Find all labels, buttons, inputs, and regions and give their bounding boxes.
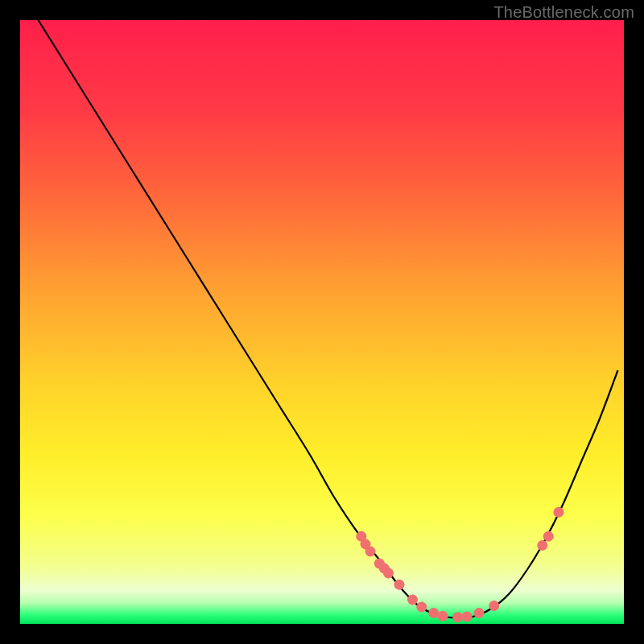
data-marker: [452, 612, 463, 622]
data-marker: [462, 612, 473, 622]
chart-background: [20, 20, 624, 624]
data-marker: [543, 531, 554, 542]
data-marker: [365, 547, 376, 557]
bottleneck-chart: [20, 20, 624, 624]
data-marker: [438, 611, 448, 621]
data-marker: [407, 595, 418, 605]
data-marker: [428, 608, 439, 618]
data-marker: [537, 540, 547, 551]
data-marker: [554, 507, 564, 518]
data-marker: [416, 602, 427, 613]
watermark-text: TheBottleneck.com: [493, 3, 634, 22]
data-marker: [489, 601, 499, 611]
data-marker: [474, 608, 485, 618]
data-marker: [394, 580, 405, 590]
chart-container: [20, 20, 624, 624]
data-marker: [383, 568, 394, 579]
